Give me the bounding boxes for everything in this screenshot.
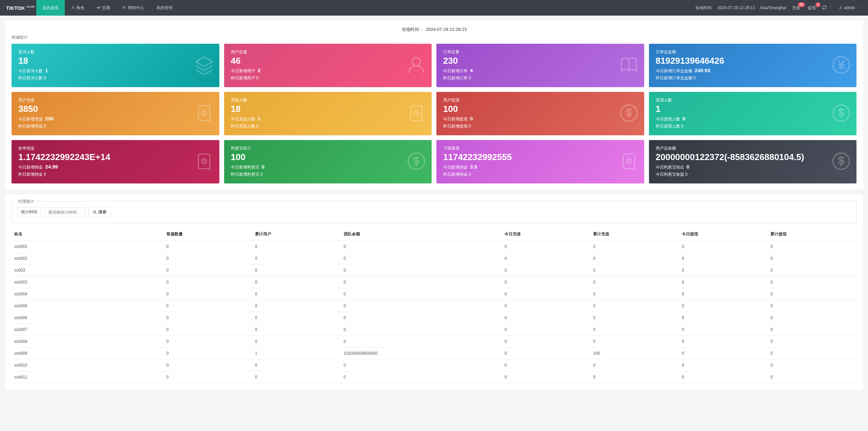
table-cell: 0 [590,288,679,300]
table-cell: 0 [252,265,341,276]
flag-icon [122,6,126,10]
table-cell: 0 [341,241,502,253]
table-cell: 0 [768,241,856,253]
recharge-button[interactable]: 充值96 [791,5,802,11]
table-cell: 0 [590,312,679,324]
table-cell: 0 [252,241,341,253]
search-button[interactable]: 搜索 [88,207,111,217]
table-cell: scb011 [12,371,164,383]
table-cell: 0 [341,265,502,276]
table-cell: 0 [502,371,591,383]
local-time-label: 当地时间： [401,27,423,32]
stat-value: 20000000122372(-8583626880104.5) [656,152,850,162]
table-cell: 0 [679,265,768,276]
table-cell: 0 [164,359,253,371]
stat-box-7: 提现人数1今日提现人数 0昨日提现人数 0 [649,92,857,135]
note-icon [194,103,214,124]
table-cell: scb003 [12,276,164,288]
layers-icon [194,55,214,76]
stat-value: 100 [443,104,637,114]
stat-value: 1.1742232992243E+14 [18,152,213,162]
nav-right: 当地时间: 2024-07-29 12:29:11 Asia/Shanghai … [695,4,862,11]
stat-yesterday: 昨日新增充值 0 [18,123,213,129]
nav-sys[interactable]: 系统管理 [150,0,179,16]
table-row: scb0060000000 [12,312,856,324]
table-cell: 0 [679,276,768,288]
table-row: scb0100000000 [12,359,856,371]
table-cell: scb004 [12,288,164,300]
stat-title: 用户提现 [443,97,637,103]
table-cell: 0 [252,371,341,383]
stat-yesterday: 昨日新增提现 0 [443,123,637,129]
table-cell: 0 [502,265,591,276]
table-cell: 0 [502,336,591,348]
yen-icon [831,55,851,76]
stat-value: 18 [18,56,213,66]
table-cell: 100000000000000 [341,348,502,359]
table-cell: 1 [252,348,341,359]
table-cell: 0 [164,253,253,265]
scale-icon [97,6,101,10]
stat-yesterday: 昨日首冲人数 0 [18,75,213,81]
stat-yesterday: 昨日提现人数 0 [656,123,850,129]
table-cell: 0 [164,312,253,324]
stat-yesterday: 昨日新增佣金 0 [443,172,637,177]
table-cell: 0 [768,253,856,265]
stat-box-4: 用户充值3850今日新增充值 200昨日新增充值 0 [12,92,219,135]
refresh-button[interactable] [822,5,827,11]
table-cell: 0 [679,300,768,312]
svg-point-16 [94,211,96,213]
table-cell: 0 [679,348,768,359]
nav-home[interactable]: 后台首页 [36,0,65,16]
table-cell: 0 [502,276,591,288]
table-cell: 0 [679,253,768,265]
stat-yesterday: 今日利息宝收益 0 [656,172,850,177]
table-cell: 0 [164,276,253,288]
stat-box-8: 抢单佣金1.1742232992243E+14今日新增佣金 24.99昨日新增佣… [12,140,219,183]
table-cell: 0 [502,312,591,324]
table-cell: 0 [679,241,768,253]
table-cell: 0 [768,359,856,371]
stat-box-0: 首冲人数18今日首冲人数 1昨日首冲人数 0 [12,44,219,87]
agent-stats-card: 代理统计 统计时间 搜索 姓名客服数量累计用户团队余额今日充值累计充值今日提现累… [5,194,863,390]
stat-value: 46 [231,56,425,66]
table-cell: scb001 [12,241,164,253]
table-cell: 0 [252,288,341,300]
table-header: 团队余额 [341,228,502,241]
timezone: Asia/Shanghai [760,5,786,10]
stat-box-2: 订单总量230今日新增订单 4昨日新增订单 0 [436,44,644,87]
dollar-icon [831,103,851,124]
stat-box-5: 充值人数18今日充值人数 1昨日充值人数 0 [224,92,432,135]
nav-role[interactable]: 角色 [65,0,91,16]
user-menu[interactable]: admin [836,5,862,10]
top-navbar: TIKTOK V9.99 后台首页 角色 交易 帮助中心 系统管理 当地时间: … [0,0,868,16]
table-cell: 0 [252,253,341,265]
table-cell: 0 [164,348,253,359]
mall-stats-title: 商城统计 [12,35,856,40]
stat-today: 今日首冲人数 1 [18,67,213,74]
withdraw-button[interactable]: 提现5 [806,5,817,11]
table-cell: 0 [768,265,856,276]
search-icon [93,210,97,214]
table-cell: 0 [590,336,679,348]
table-cell: 0 [164,288,253,300]
time-filter-label: 统计时间 [17,207,41,217]
agent-stats-title: 代理统计 [16,199,36,204]
stat-title: 下级返佣 [443,145,637,151]
table-cell: 0 [341,312,502,324]
brand: TIKTOK V9.99 [6,5,34,11]
table-row: scb0040000000 [12,288,856,300]
nav-help[interactable]: 帮助中心 [116,0,150,16]
table-row: scb0050000000 [12,300,856,312]
stat-today: 今日提现人数 0 [656,116,850,122]
table-cell: 0 [164,265,253,276]
agent-table: 姓名客服数量累计用户团队余额今日充值累计充值今日提现累计提现 scb001000… [12,228,856,383]
nav-trade[interactable]: 交易 [91,0,116,16]
table-cell: 0 [252,324,341,336]
stat-yesterday: 昨日新增利息宝 0 [231,172,425,177]
table-cell: 0 [679,371,768,383]
table-cell: 0 [164,324,253,336]
stat-today: 今日新增订单总金额 249.93 [656,67,850,74]
time-filter-input[interactable] [44,208,85,217]
withdraw-badge: 5 [815,2,821,7]
